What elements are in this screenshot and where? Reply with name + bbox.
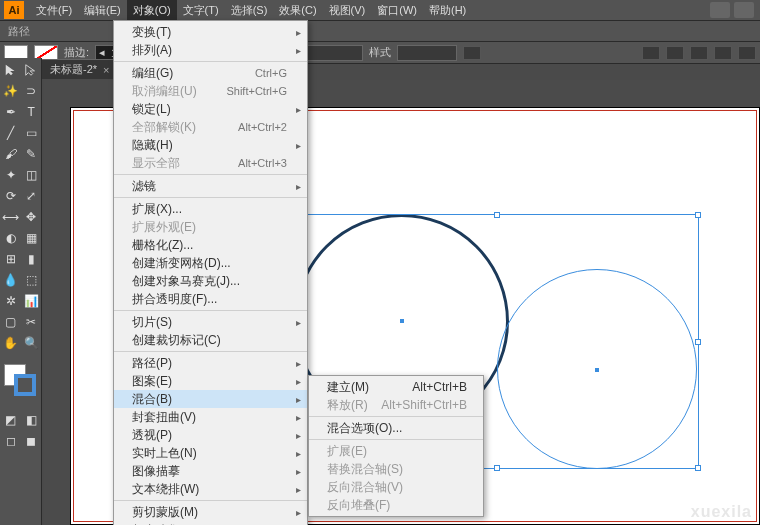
arrange-icon[interactable] bbox=[734, 2, 754, 18]
menu-item-label: 拼合透明度(F)... bbox=[132, 291, 217, 308]
blend-tool[interactable]: ⬚ bbox=[22, 270, 42, 290]
menu-view[interactable]: 视图(V) bbox=[323, 0, 372, 20]
menu-item[interactable]: 复合路径(O) bbox=[114, 521, 307, 525]
pencil-tool[interactable]: ✎ bbox=[22, 144, 42, 164]
graph-tool[interactable]: 📊 bbox=[22, 291, 42, 311]
menu-item[interactable]: 文本绕排(W) bbox=[114, 480, 307, 498]
handle-e[interactable] bbox=[695, 339, 701, 345]
menu-item-shortcut: Alt+Ctrl+B bbox=[412, 380, 467, 394]
menu-item[interactable]: 混合(B) bbox=[114, 390, 307, 408]
menu-item-label: 文本绕排(W) bbox=[132, 481, 199, 498]
menu-item: 替换混合轴(S) bbox=[309, 460, 483, 478]
zoom-tool[interactable]: 🔍 bbox=[22, 333, 42, 353]
screen-mode-icon[interactable]: ◻ bbox=[1, 431, 21, 451]
pen-tool[interactable]: ✒ bbox=[1, 102, 21, 122]
shape-builder-tool[interactable]: ◐ bbox=[1, 228, 21, 248]
workspace-icon[interactable] bbox=[710, 2, 730, 18]
type-tool[interactable]: T bbox=[22, 102, 42, 122]
menu-help[interactable]: 帮助(H) bbox=[423, 0, 472, 20]
perspective-tool[interactable]: ▦ bbox=[22, 228, 42, 248]
handle-ne[interactable] bbox=[695, 212, 701, 218]
menu-item-label: 反向混合轴(V) bbox=[327, 479, 403, 496]
draw-mode-icon[interactable]: ◼ bbox=[22, 431, 42, 451]
menu-item[interactable]: 隐藏(H) bbox=[114, 136, 307, 154]
doc-setup-icon[interactable] bbox=[642, 46, 660, 60]
hand-tool[interactable]: ✋ bbox=[1, 333, 21, 353]
menu-item[interactable]: 扩展(X)... bbox=[114, 200, 307, 218]
scale-tool[interactable]: ⤢ bbox=[22, 186, 42, 206]
gradient-tool[interactable]: ▮ bbox=[22, 249, 42, 269]
pref-icon[interactable] bbox=[666, 46, 684, 60]
menu-item[interactable]: 滤镜 bbox=[114, 177, 307, 195]
free-transform-tool[interactable]: ✥ bbox=[22, 207, 42, 227]
width-tool[interactable]: ⟷ bbox=[1, 207, 21, 227]
menu-item[interactable]: 切片(S) bbox=[114, 313, 307, 331]
paintbrush-tool[interactable]: 🖌 bbox=[1, 144, 21, 164]
menu-item[interactable]: 变换(T) bbox=[114, 23, 307, 41]
menu-edit[interactable]: 编辑(E) bbox=[78, 0, 127, 20]
menu-item[interactable]: 排列(A) bbox=[114, 41, 307, 59]
menu-item[interactable]: 混合选项(O)... bbox=[309, 419, 483, 437]
menu-select[interactable]: 选择(S) bbox=[225, 0, 274, 20]
document-tab[interactable]: 未标题-2* × bbox=[42, 59, 118, 79]
menu-item[interactable]: 实时上色(N) bbox=[114, 444, 307, 462]
menu-item[interactable]: 建立(M)Alt+Ctrl+B bbox=[309, 378, 483, 396]
magic-wand-tool[interactable]: ✨ bbox=[1, 81, 21, 101]
menu-item: 扩展外观(E) bbox=[114, 218, 307, 236]
menu-item[interactable]: 透视(P) bbox=[114, 426, 307, 444]
transform-icon[interactable] bbox=[690, 46, 708, 60]
lasso-tool[interactable]: ⊃ bbox=[22, 81, 42, 101]
menu-item-label: 创建裁切标记(C) bbox=[132, 332, 221, 349]
selection-tool[interactable] bbox=[1, 60, 21, 80]
style-dropdown[interactable] bbox=[397, 45, 457, 61]
menu-item[interactable]: 封套扭曲(V) bbox=[114, 408, 307, 426]
menu-item[interactable]: 图案(E) bbox=[114, 372, 307, 390]
menu-item: 显示全部Alt+Ctrl+3 bbox=[114, 154, 307, 172]
gradient-mode-icon[interactable]: ◧ bbox=[22, 410, 42, 430]
color-mode-icon[interactable]: ◩ bbox=[1, 410, 21, 430]
blob-brush-tool[interactable]: ✦ bbox=[1, 165, 21, 185]
menu-item[interactable]: 图像描摹 bbox=[114, 462, 307, 480]
mesh-tool[interactable]: ⊞ bbox=[1, 249, 21, 269]
menu-item-label: 混合选项(O)... bbox=[327, 420, 402, 437]
eyedropper-tool[interactable]: 💧 bbox=[1, 270, 21, 290]
menu-window[interactable]: 窗口(W) bbox=[371, 0, 423, 20]
tab-close-icon[interactable]: × bbox=[103, 64, 109, 76]
menu-item[interactable]: 拼合透明度(F)... bbox=[114, 290, 307, 308]
menu-object[interactable]: 对象(O) bbox=[127, 0, 177, 20]
eraser-tool[interactable]: ◫ bbox=[22, 165, 42, 185]
handle-se[interactable] bbox=[695, 465, 701, 471]
extra-icon[interactable] bbox=[738, 46, 756, 60]
menu-type[interactable]: 文字(T) bbox=[177, 0, 225, 20]
slice-tool[interactable]: ✂ bbox=[22, 312, 42, 332]
rotate-tool[interactable]: ⟳ bbox=[1, 186, 21, 206]
handle-n[interactable] bbox=[494, 212, 500, 218]
style-label: 样式 bbox=[369, 45, 391, 60]
menu-item[interactable]: 创建裁切标记(C) bbox=[114, 331, 307, 349]
menu-effect[interactable]: 效果(C) bbox=[273, 0, 322, 20]
menu-item-label: 编组(G) bbox=[132, 65, 173, 82]
menu-item-label: 路径(P) bbox=[132, 355, 172, 372]
align-icon[interactable] bbox=[463, 46, 481, 60]
handle-s[interactable] bbox=[494, 465, 500, 471]
opacity-input[interactable] bbox=[303, 45, 363, 61]
artboard-tool[interactable]: ▢ bbox=[1, 312, 21, 332]
menu-item[interactable]: 路径(P) bbox=[114, 354, 307, 372]
menu-item[interactable]: 编组(G)Ctrl+G bbox=[114, 64, 307, 82]
menu-item[interactable]: 栅格化(Z)... bbox=[114, 236, 307, 254]
menu-item-label: 替换混合轴(S) bbox=[327, 461, 403, 478]
stroke-color[interactable] bbox=[14, 374, 36, 396]
rectangle-tool[interactable]: ▭ bbox=[22, 123, 42, 143]
fill-stroke-swatches[interactable] bbox=[0, 362, 40, 402]
menu-file[interactable]: 文件(F) bbox=[30, 0, 78, 20]
menu-item[interactable]: 创建渐变网格(D)... bbox=[114, 254, 307, 272]
line-tool[interactable]: ╱ bbox=[1, 123, 21, 143]
symbol-sprayer-tool[interactable]: ✲ bbox=[1, 291, 21, 311]
direct-selection-tool[interactable] bbox=[22, 60, 42, 80]
menu-item[interactable]: 创建对象马赛克(J)... bbox=[114, 272, 307, 290]
menu-item-label: 变换(T) bbox=[132, 24, 171, 41]
menu-item[interactable]: 锁定(L) bbox=[114, 100, 307, 118]
align2-icon[interactable] bbox=[714, 46, 732, 60]
menu-item[interactable]: 剪切蒙版(M) bbox=[114, 503, 307, 521]
menu-item-label: 图像描摹 bbox=[132, 463, 180, 480]
